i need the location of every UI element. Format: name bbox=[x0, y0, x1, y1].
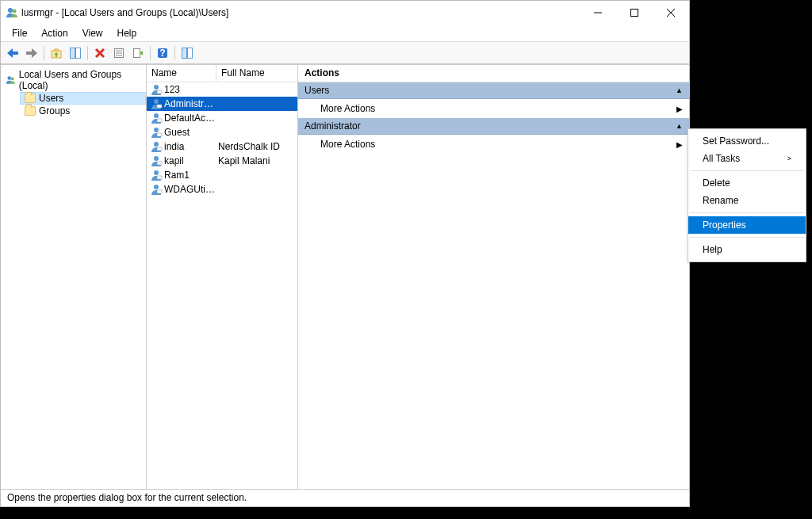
column-fullname[interactable]: Full Name bbox=[216, 65, 297, 82]
mmc-window: lusrmgr - [Local Users and Groups (Local… bbox=[0, 0, 690, 507]
up-button[interactable] bbox=[48, 44, 65, 62]
context-menu-item[interactable]: Rename bbox=[688, 192, 806, 209]
context-menu-separator bbox=[690, 170, 804, 171]
svg-point-36 bbox=[154, 185, 159, 189]
svg-point-26 bbox=[154, 113, 159, 118]
list-row[interactable]: indiaNerdsChalk ID bbox=[147, 139, 297, 154]
tree-pane[interactable]: Local Users and Groups (Local) Users Gro… bbox=[1, 65, 147, 489]
folder-icon bbox=[25, 93, 36, 103]
list-row[interactable]: 123 bbox=[147, 82, 297, 97]
menu-file[interactable]: File bbox=[6, 26, 33, 40]
user-icon bbox=[150, 97, 163, 110]
svg-rect-18 bbox=[182, 48, 187, 58]
maximize-button[interactable] bbox=[616, 1, 653, 25]
tree-item-groups[interactable]: Groups bbox=[20, 105, 146, 117]
actions-title: Actions bbox=[298, 65, 689, 82]
context-menu-item[interactable]: Set Password... bbox=[688, 132, 806, 150]
context-menu-item[interactable]: Help bbox=[688, 241, 806, 258]
statusbar: Opens the properties dialog box for the … bbox=[1, 489, 689, 506]
list-row[interactable]: DefaultAcco... bbox=[147, 111, 297, 125]
svg-rect-19 bbox=[188, 48, 193, 58]
row-fullname: NerdsChalk ID bbox=[216, 141, 297, 152]
tree-label: Users bbox=[39, 93, 63, 104]
properties-button[interactable] bbox=[110, 44, 128, 62]
context-menu-item[interactable]: Properties bbox=[688, 216, 806, 234]
svg-rect-23 bbox=[157, 90, 162, 93]
context-menu-label: Rename bbox=[703, 195, 738, 206]
column-name[interactable]: Name bbox=[147, 65, 216, 82]
tree-root-label: Local Users and Groups (Local) bbox=[19, 69, 141, 91]
list-row[interactable]: kapilKapil Malani bbox=[147, 154, 297, 168]
show-hide-button[interactable] bbox=[67, 44, 84, 62]
svg-rect-37 bbox=[157, 190, 162, 193]
action-item-label: More Actions bbox=[320, 139, 375, 150]
submenu-arrow-icon: > bbox=[787, 155, 791, 162]
menu-action[interactable]: Action bbox=[35, 26, 74, 40]
toolbar-separator bbox=[174, 46, 175, 60]
svg-point-34 bbox=[154, 170, 159, 175]
menu-view[interactable]: View bbox=[76, 26, 109, 40]
menubar: File Action View Help bbox=[1, 25, 689, 42]
context-menu-item[interactable]: All Tasks> bbox=[688, 150, 806, 167]
svg-point-30 bbox=[154, 142, 159, 147]
context-menu-label: Properties bbox=[703, 219, 746, 231]
svg-point-21 bbox=[11, 77, 14, 80]
titlebar: lusrmgr - [Local Users and Groups (Local… bbox=[1, 1, 689, 25]
row-name: Administrator bbox=[164, 98, 216, 109]
context-menu-separator bbox=[690, 237, 804, 238]
export-button[interactable] bbox=[129, 44, 147, 62]
actions-body: Users▲More Actions▶Administrator▲More Ac… bbox=[298, 82, 689, 154]
user-icon bbox=[150, 83, 163, 96]
back-button[interactable] bbox=[4, 44, 21, 62]
svg-point-22 bbox=[154, 85, 159, 90]
content-area: Local Users and Groups (Local) Users Gro… bbox=[1, 64, 689, 489]
list-header: Name Full Name bbox=[147, 65, 297, 82]
row-name: Guest bbox=[164, 127, 216, 138]
svg-rect-15 bbox=[134, 48, 140, 57]
refresh-button[interactable] bbox=[178, 44, 196, 62]
toolbar-separator bbox=[150, 46, 151, 60]
minimize-button[interactable] bbox=[580, 1, 616, 25]
help-button[interactable]: ? bbox=[154, 44, 171, 62]
context-menu-item[interactable]: Delete bbox=[688, 174, 806, 192]
user-icon bbox=[150, 140, 163, 153]
list-body[interactable]: 123AdministratorDefaultAcco...Guestindia… bbox=[147, 82, 297, 489]
user-icon bbox=[150, 169, 163, 181]
svg-rect-35 bbox=[157, 176, 162, 179]
collapse-icon: ▲ bbox=[676, 122, 683, 130]
users-groups-icon bbox=[6, 74, 16, 86]
row-name: india bbox=[164, 141, 216, 152]
action-section-header[interactable]: Users▲ bbox=[298, 82, 689, 99]
context-menu-separator bbox=[690, 212, 804, 213]
context-menu-label: Help bbox=[703, 244, 722, 255]
svg-rect-25 bbox=[157, 105, 162, 108]
tree-root[interactable]: Local Users and Groups (Local) bbox=[1, 68, 146, 92]
svg-point-0 bbox=[8, 8, 13, 13]
context-menu-label: Set Password... bbox=[703, 135, 769, 147]
tree-item-users[interactable]: Users bbox=[20, 92, 146, 105]
list-row[interactable]: Administrator bbox=[147, 97, 297, 111]
toolbar-separator bbox=[44, 46, 44, 60]
row-name: kapil bbox=[164, 155, 216, 166]
user-icon bbox=[150, 183, 163, 196]
list-row[interactable]: WDAGUtility... bbox=[147, 182, 297, 197]
close-button[interactable] bbox=[653, 1, 689, 25]
list-pane: Name Full Name 123AdministratorDefaultAc… bbox=[147, 65, 298, 489]
list-row[interactable]: Ram1 bbox=[147, 168, 297, 182]
list-row[interactable]: Guest bbox=[147, 125, 297, 139]
svg-point-24 bbox=[154, 99, 159, 104]
action-item[interactable]: More Actions▶ bbox=[298, 135, 689, 154]
action-item[interactable]: More Actions▶ bbox=[298, 99, 689, 118]
submenu-arrow-icon: ▶ bbox=[676, 140, 683, 149]
row-name: Ram1 bbox=[164, 170, 216, 181]
folder-icon bbox=[25, 106, 36, 116]
context-menu[interactable]: Set Password...All Tasks>DeleteRenamePro… bbox=[688, 128, 806, 262]
forward-button[interactable] bbox=[23, 44, 40, 62]
svg-rect-31 bbox=[157, 147, 162, 151]
delete-button[interactable] bbox=[91, 44, 109, 62]
menu-help[interactable]: Help bbox=[111, 26, 144, 40]
submenu-arrow-icon: ▶ bbox=[676, 105, 683, 113]
svg-rect-7 bbox=[71, 48, 75, 58]
action-section-header[interactable]: Administrator▲ bbox=[298, 118, 689, 135]
context-menu-label: Delete bbox=[703, 177, 730, 189]
